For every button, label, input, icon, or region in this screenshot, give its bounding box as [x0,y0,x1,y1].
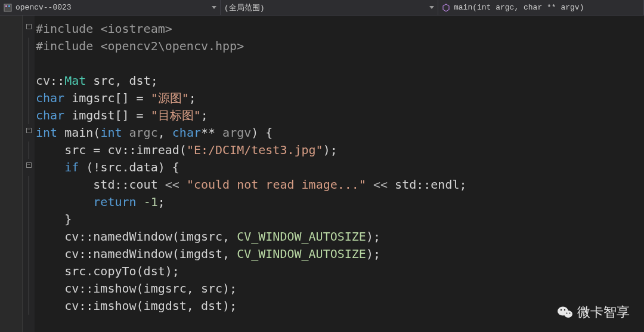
code-token: char [172,125,201,140]
code-line[interactable]: int main(int argc, char** argv) { [36,124,644,142]
fold-row[interactable] [23,228,35,245]
code-line[interactable]: #include <opencv2\opencv.hpp> [36,38,644,55]
fold-row[interactable] [23,72,35,90]
fold-row[interactable] [23,211,35,228]
svg-rect-1 [5,5,7,7]
code-token: "could not read image..." [187,177,366,192]
fold-row[interactable] [23,107,35,124]
code-token: std::cout [36,177,165,192]
function-dropdown[interactable]: main(int argc, char ** argv) [438,0,644,15]
code-token: cv::imshow(imgsrc, src); [36,281,237,296]
code-token: char [36,91,64,105]
code-line[interactable]: char imgdst[] = "目标图"; [36,107,644,124]
code-token: ) { [251,125,273,140]
code-token: argv [222,125,251,140]
code-line[interactable]: cv::namedWindow(imgsrc, CV_WINDOW_AUTOSI… [36,228,644,245]
code-token: int [100,125,122,140]
project-dropdown-label: opencv--0023 [16,3,208,12]
code-token: ); [323,143,338,157]
code-line[interactable]: cv::namedWindow(imgdst, CV_WINDOW_AUTOSI… [36,245,644,263]
code-line[interactable] [36,55,644,72]
navigation-bar: opencv--0023 (全局范围) main(int argc, char … [0,0,644,16]
code-line[interactable]: } [36,211,644,228]
code-token: argc [122,125,158,140]
code-editor[interactable]: #include <iostream>#include <opencv2\ope… [0,16,644,332]
code-line[interactable]: src.copyTo(dst); [36,263,644,280]
fold-row[interactable] [23,159,35,176]
chevron-down-icon [212,6,216,9]
fold-row[interactable] [23,142,35,159]
fold-row[interactable] [23,193,35,211]
code-token: imgsrc[] = [64,91,151,105]
scope-dropdown[interactable]: (全局范围) [221,0,438,15]
fold-row[interactable] [23,20,35,38]
code-line[interactable]: if (!src.data) { [36,159,644,176]
svg-rect-2 [8,5,10,7]
code-token [36,195,93,209]
code-token: main( [57,125,100,140]
code-line[interactable]: return -1; [36,193,644,211]
code-line[interactable]: cv::imshow(imgsrc, src); [36,280,644,297]
code-token: #include [36,39,100,53]
code-token: CV_WINDOW_AUTOSIZE [237,229,366,244]
code-area[interactable]: #include <iostream>#include <opencv2\ope… [35,16,644,332]
fold-row[interactable] [23,55,35,72]
code-token: "E:/DCIM/test3.jpg" [187,143,323,157]
code-line[interactable]: cv::imshow(imgdst, dst); [36,297,644,315]
code-token: , [158,125,172,140]
code-token: ; [189,91,196,105]
code-token: src = cv::imread( [36,143,187,157]
function-dropdown-label: main(int argc, char ** argv) [454,3,640,12]
code-token: -1 [144,195,158,209]
code-line[interactable]: char imgsrc[] = "源图"; [36,90,644,107]
code-line[interactable]: cv::Mat src, dst; [36,72,644,90]
code-token: #include [36,21,100,36]
code-token: Mat [64,73,86,88]
fold-toggle-icon[interactable] [26,128,32,133]
code-token [137,195,144,209]
code-token: CV_WINDOW_AUTOSIZE [237,247,366,261]
code-token: cv::namedWindow(imgdst, [36,247,237,261]
code-token: imgdst[] = [64,108,151,122]
code-token: ; [201,108,208,122]
code-token: cv [36,73,50,88]
fold-row[interactable] [23,263,35,280]
fold-toggle-icon[interactable] [26,162,32,168]
code-token: ; [158,195,165,209]
project-icon [4,4,12,12]
code-token: <iostream> [100,21,172,36]
fold-row[interactable] [23,38,35,55]
project-dropdown[interactable]: opencv--0023 [0,0,221,15]
svg-rect-0 [4,4,11,11]
code-token [179,177,187,192]
code-token [36,160,64,174]
code-token: int [36,125,57,140]
scope-dropdown-label: (全局范围) [224,2,426,13]
code-token: ); [366,247,380,261]
code-line[interactable]: src = cv::imread("E:/DCIM/test3.jpg"); [36,142,644,159]
breakpoint-gutter[interactable] [0,16,23,332]
code-line[interactable]: std::cout << "could not read image..." <… [36,176,644,193]
chevron-down-icon [429,6,434,9]
code-token: if [64,160,79,174]
fold-row[interactable] [23,124,35,142]
code-token: src, dst; [86,73,157,88]
fold-row[interactable] [23,297,35,315]
fold-toggle-icon[interactable] [26,24,32,29]
code-line[interactable]: #include <iostream> [36,20,644,38]
fold-row[interactable] [23,245,35,263]
code-token: std::endl; [388,177,466,192]
fold-row[interactable] [23,90,35,107]
function-icon [442,4,450,12]
code-token: } [36,212,72,226]
code-token: ); [366,229,380,244]
code-token [366,177,373,192]
fold-gutter[interactable] [23,16,35,332]
fold-row[interactable] [23,280,35,297]
code-token: cv::imshow(imgdst, dst); [36,299,237,313]
code-token: << [373,177,388,192]
code-token: "源图" [151,91,189,105]
code-token: char [36,108,64,122]
code-token: <opencv2\opencv.hpp> [100,39,244,53]
fold-row[interactable] [23,176,35,193]
